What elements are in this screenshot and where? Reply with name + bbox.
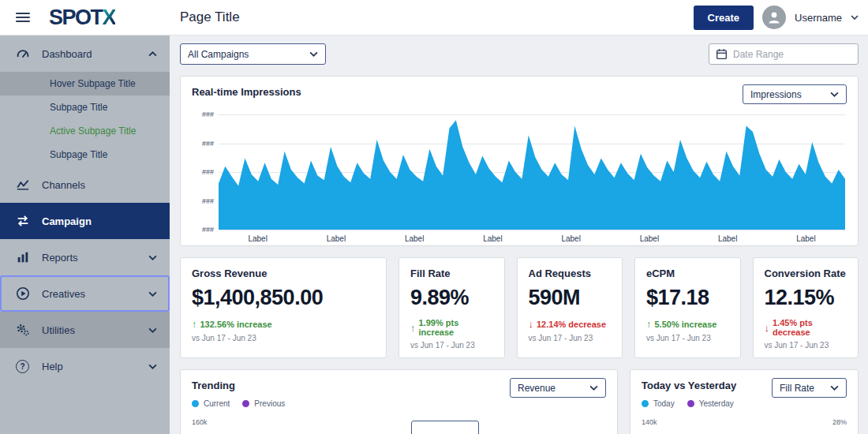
today-vs-yesterday-card: Today vs Yesterday Fill Rate Today Yeste… bbox=[630, 369, 859, 434]
legend-current: Current bbox=[192, 399, 230, 408]
today-right-tick: 28% bbox=[832, 418, 847, 426]
x-axis-label: Label bbox=[219, 234, 297, 243]
legend-today: Today bbox=[642, 399, 675, 408]
username-label[interactable]: Username bbox=[795, 12, 842, 24]
x-axis-label: Label bbox=[610, 234, 688, 243]
create-button[interactable]: Create bbox=[694, 6, 754, 30]
chevron-down-icon bbox=[589, 385, 598, 391]
y-axis-tick: ### bbox=[190, 197, 214, 205]
sidebar-item-campaign[interactable]: Campaign bbox=[0, 203, 170, 239]
swap-arrows-icon bbox=[16, 214, 32, 228]
stat-value: $1,400,850.00 bbox=[192, 286, 375, 310]
arrow-up-icon: ↑ bbox=[192, 318, 197, 330]
date-range-picker[interactable] bbox=[709, 43, 859, 65]
purple-dot-icon bbox=[687, 400, 694, 407]
trending-metric-select[interactable]: Revenue bbox=[510, 378, 606, 398]
sidebar-item-label: Dashboard bbox=[42, 48, 92, 60]
stat-card-conversion-rate: Conversion Rate 12.15% ↓1.45% pts decrea… bbox=[753, 257, 859, 358]
spotx-logo[interactable]: SPOTX bbox=[49, 6, 115, 30]
arrow-down-icon: ↓ bbox=[529, 318, 534, 330]
today-axis-ticks: 140k 28% bbox=[642, 418, 847, 426]
stat-card-gross-revenue: Gross Revenue $1,400,850.00 ↑132.56% inc… bbox=[180, 257, 387, 358]
stat-value: 12.15% bbox=[765, 286, 847, 310]
logo-x-text: X bbox=[103, 6, 116, 30]
today-left-tick: 140k bbox=[642, 418, 657, 426]
play-circle-icon bbox=[16, 286, 32, 301]
blue-dot-icon bbox=[192, 400, 199, 407]
chevron-down-icon bbox=[148, 327, 157, 333]
stat-value: 9.89% bbox=[410, 286, 493, 310]
stat-card-ad-requests: Ad Requests 590M ↓12.14% decrease vs Jun… bbox=[517, 257, 623, 358]
sidebar-item-creatives[interactable]: Creatives bbox=[0, 275, 170, 312]
chevron-down-icon bbox=[830, 385, 839, 391]
stat-period: vs Jun 17 - Jun 23 bbox=[646, 334, 729, 342]
today-metric-select[interactable]: Fill Rate bbox=[772, 378, 847, 398]
user-icon bbox=[766, 9, 782, 25]
filter-row: All Campaigns bbox=[180, 43, 859, 65]
impressions-metric-select[interactable]: Impressions bbox=[743, 84, 847, 104]
trending-y-tick: 160k bbox=[192, 418, 606, 426]
line-chart-icon bbox=[16, 178, 32, 192]
stat-value: $17.18 bbox=[646, 286, 729, 310]
subpage-item-active[interactable]: Active Subpage Title bbox=[0, 119, 170, 143]
x-axis-label: Label bbox=[454, 234, 532, 243]
sidebar-item-label: Reports bbox=[42, 252, 78, 264]
date-range-input[interactable] bbox=[733, 49, 851, 60]
logo-spot-text: SPOT bbox=[49, 6, 103, 30]
sidebar-item-label: Channels bbox=[42, 179, 85, 191]
sidebar-item-channels[interactable]: Channels bbox=[0, 166, 170, 203]
impressions-metric-value: Impressions bbox=[750, 89, 802, 100]
subpage-item[interactable]: Subpage Title bbox=[0, 95, 170, 119]
arrow-up-icon: ↑ bbox=[646, 318, 652, 330]
y-axis-tick: ### bbox=[190, 226, 214, 234]
trending-card: Trending Revenue Current Previous 160k bbox=[180, 369, 618, 434]
stat-period: vs Jun 17 - Jun 23 bbox=[765, 341, 847, 350]
legend-yesterday: Yesterday bbox=[687, 399, 734, 408]
stat-label: Conversion Rate bbox=[765, 268, 847, 279]
gauge-icon bbox=[16, 47, 32, 61]
spotx-dashboard: SPOTX Page Title Create Username Dashboa… bbox=[0, 0, 868, 434]
subpage-item[interactable]: Subpage Title bbox=[0, 143, 170, 166]
page-title: Page Title bbox=[180, 9, 240, 25]
chevron-down-icon[interactable] bbox=[851, 15, 859, 20]
stat-value: 590M bbox=[529, 286, 612, 310]
avatar[interactable] bbox=[762, 6, 786, 29]
stat-label: Fill Rate bbox=[410, 268, 493, 279]
stat-change: ↑132.56% increase bbox=[192, 318, 375, 330]
chevron-down-icon bbox=[148, 364, 157, 369]
subpage-label: Active Subpage Title bbox=[50, 125, 136, 137]
main-content: All Campaigns Real-time Impressions Impr… bbox=[170, 36, 868, 434]
subpage-item-hover[interactable]: Hover Subpage Title bbox=[0, 72, 170, 95]
area-chart-svg bbox=[219, 114, 845, 230]
sidebar-item-help[interactable]: ? Help bbox=[0, 348, 170, 384]
arrow-down-icon: ↓ bbox=[765, 322, 770, 334]
stat-label: Ad Requests bbox=[529, 268, 612, 279]
gridline bbox=[219, 230, 845, 230]
impressions-card: Real-time Impressions Impressions ### ##… bbox=[180, 76, 859, 246]
chevron-down-icon bbox=[148, 255, 157, 260]
stat-period: vs Jun 17 - Jun 23 bbox=[410, 341, 493, 350]
x-axis-labels: Label Label Label Label Label Label Labe… bbox=[219, 234, 845, 243]
sidebar-item-label: Campaign bbox=[42, 215, 92, 227]
stat-change: ↑5.50% increase bbox=[646, 318, 729, 330]
stat-label: Gross Revenue bbox=[192, 268, 375, 279]
chevron-down-icon bbox=[309, 51, 318, 57]
campaign-filter-select[interactable]: All Campaigns bbox=[180, 43, 326, 65]
x-axis-label: Label bbox=[297, 234, 375, 243]
bottom-charts-row: Trending Revenue Current Previous 160k T… bbox=[180, 369, 859, 434]
sidebar-item-dashboard[interactable]: Dashboard bbox=[0, 36, 170, 72]
purple-dot-icon bbox=[242, 400, 249, 407]
x-axis-label: Label bbox=[767, 234, 845, 243]
hamburger-menu-icon[interactable] bbox=[16, 12, 30, 23]
chevron-up-icon bbox=[148, 51, 157, 57]
x-axis-label: Label bbox=[376, 234, 454, 243]
sidebar-item-reports[interactable]: Reports bbox=[0, 239, 170, 275]
stat-label: eCPM bbox=[646, 268, 729, 279]
subpage-label: Subpage Title bbox=[50, 102, 107, 113]
calendar-icon bbox=[716, 48, 728, 60]
sidebar-item-utilities[interactable]: Utilities bbox=[0, 312, 170, 348]
y-axis-tick: ### bbox=[190, 168, 214, 176]
sidebar: Dashboard Hover Subpage Title Subpage Ti… bbox=[0, 36, 170, 434]
legend-previous: Previous bbox=[242, 399, 285, 408]
arrow-up-icon: ↑ bbox=[410, 322, 416, 334]
